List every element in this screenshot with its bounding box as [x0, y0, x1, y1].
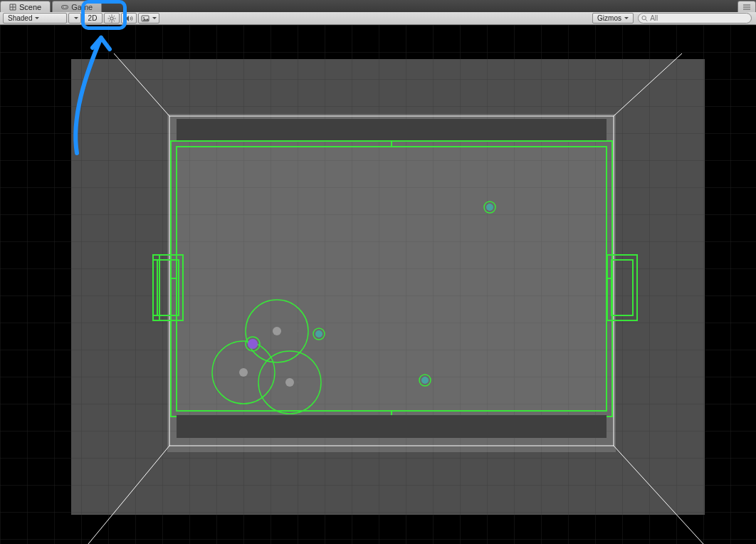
2d-toggle-label: 2D: [88, 14, 98, 22]
tab-bar: Scene Game: [0, 0, 756, 12]
game-icon: [61, 4, 68, 11]
svg-point-50: [248, 339, 258, 349]
menu-icon: [742, 4, 751, 10]
svg-point-2: [65, 6, 67, 8]
search-input[interactable]: [650, 14, 747, 22]
svg-line-15: [646, 19, 648, 21]
svg-line-10: [114, 16, 115, 16]
search-field[interactable]: [638, 13, 752, 23]
audio-icon: [125, 14, 133, 23]
scene-icon: [9, 4, 16, 11]
2d-toggle-button[interactable]: 2D: [83, 13, 103, 23]
scene-toolbar: Shaded 2D Gizmos: [0, 12, 756, 25]
gizmos-dropdown[interactable]: Gizmos: [592, 13, 634, 23]
svg-point-56: [486, 204, 493, 211]
scene-viewport[interactable]: [0, 25, 756, 544]
tab-scene[interactable]: Scene: [0, 1, 51, 12]
sun-icon: [107, 14, 116, 23]
search-icon: [641, 15, 648, 22]
svg-rect-39: [177, 415, 607, 438]
image-icon: [141, 14, 149, 23]
panel-options-button[interactable]: [737, 1, 756, 12]
svg-line-11: [109, 20, 110, 21]
svg-line-9: [114, 20, 115, 21]
svg-point-3: [110, 16, 113, 19]
effects-dropdown[interactable]: [138, 13, 159, 23]
tab-scene-label: Scene: [19, 3, 41, 11]
svg-point-42: [273, 327, 281, 335]
gizmos-label: Gizmos: [597, 14, 621, 22]
svg-rect-0: [62, 5, 68, 9]
render-mode-dropdown[interactable]: [68, 13, 81, 23]
svg-point-48: [285, 378, 294, 387]
tab-game-label: Game: [71, 3, 93, 11]
svg-point-54: [421, 377, 429, 384]
audio-toggle-button[interactable]: [121, 13, 137, 23]
svg-point-52: [315, 330, 322, 338]
svg-rect-38: [177, 119, 607, 140]
tab-game[interactable]: Game: [52, 1, 102, 12]
svg-point-45: [239, 368, 248, 377]
lighting-toggle-button[interactable]: [104, 13, 120, 23]
svg-point-1: [63, 6, 64, 8]
svg-rect-21: [167, 114, 616, 452]
shading-mode-label: Shaded: [8, 14, 32, 22]
svg-line-8: [109, 16, 110, 16]
svg-point-14: [642, 16, 646, 20]
shading-mode-dropdown[interactable]: Shaded: [3, 13, 67, 23]
svg-point-13: [143, 17, 145, 19]
